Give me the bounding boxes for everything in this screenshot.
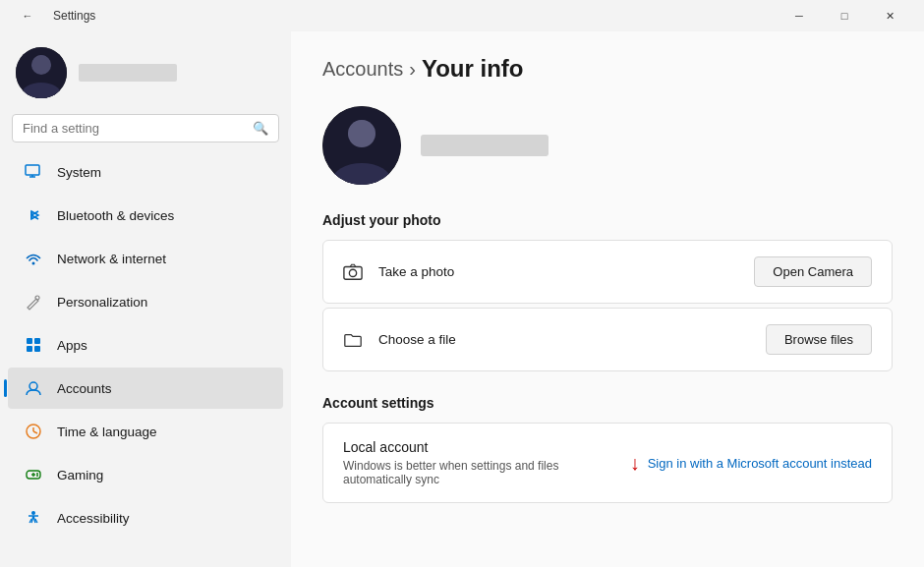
search-icon: 🔍 (253, 121, 268, 136)
system-label: System (57, 165, 101, 180)
gaming-label: Gaming (57, 468, 103, 482)
search-box[interactable]: 🔍 (12, 114, 279, 142)
profile-name-redacted (421, 135, 549, 156)
nav-item-network[interactable]: Network & internet (8, 238, 283, 279)
sign-in-section: ↓ Sign in with a Microsoft account inste… (630, 452, 872, 475)
nav-item-personalization[interactable]: Personalization (8, 281, 283, 322)
svg-point-10 (32, 262, 35, 265)
choose-file-card: Choose a file Browse files (322, 308, 893, 371)
close-button[interactable]: ✕ (867, 0, 912, 31)
nav-item-accounts[interactable]: Accounts (8, 368, 283, 409)
nav-item-apps[interactable]: Apps (8, 324, 283, 366)
accessibility-label: Accessibility (57, 511, 130, 526)
svg-rect-33 (344, 266, 362, 279)
accounts-label: Accounts (57, 381, 112, 396)
nav-item-time[interactable]: Time & language (8, 411, 283, 452)
svg-point-16 (29, 382, 37, 390)
personalization-label: Personalization (57, 295, 147, 310)
page-title: Your info (422, 55, 524, 83)
browse-files-button[interactable]: Browse files (766, 324, 872, 355)
titlebar: ← Settings ─ □ ✕ (0, 0, 924, 31)
svg-rect-6 (26, 165, 39, 175)
svg-point-24 (36, 475, 38, 477)
network-icon (24, 249, 43, 268)
bluetooth-label: Bluetooth & devices (57, 208, 174, 223)
account-title: Local account (343, 439, 610, 455)
breadcrumb-separator: › (409, 58, 416, 81)
time-icon (24, 422, 43, 441)
take-photo-label: Take a photo (378, 264, 738, 279)
app-title: Settings (53, 9, 95, 23)
svg-rect-12 (27, 338, 32, 344)
back-button[interactable]: ← (12, 0, 43, 31)
minimize-button[interactable]: ─ (777, 0, 822, 31)
sidebar: 🔍 System Bluetooth (0, 31, 291, 567)
svg-point-23 (36, 473, 38, 475)
personalization-icon (24, 292, 43, 312)
take-photo-card: Take a photo Open Camera (322, 240, 893, 304)
apps-label: Apps (57, 338, 87, 353)
accessibility-icon (24, 508, 43, 528)
account-settings-title: Account settings (322, 395, 893, 411)
sidebar-profile-name (79, 64, 177, 82)
svg-point-4 (31, 55, 51, 75)
time-label: Time & language (57, 425, 157, 439)
app-body: 🔍 System Bluetooth (0, 31, 924, 567)
svg-line-19 (33, 431, 37, 433)
maximize-button[interactable]: □ (822, 0, 867, 31)
breadcrumb-parent: Accounts (322, 58, 403, 81)
nav-item-gaming[interactable]: Gaming (8, 454, 283, 495)
svg-rect-15 (34, 346, 40, 352)
account-info: Local account Windows is better when set… (343, 439, 610, 486)
profile-section (322, 106, 893, 185)
arrow-down-icon: ↓ (630, 452, 640, 475)
sidebar-profile (0, 31, 291, 114)
svg-point-25 (31, 511, 35, 515)
system-icon (24, 162, 43, 182)
account-settings-section: Account settings Local account Windows i… (322, 395, 893, 503)
adjust-photo-title: Adjust your photo (322, 212, 893, 228)
folder-icon (343, 330, 363, 350)
search-input[interactable] (23, 121, 245, 136)
svg-rect-13 (34, 338, 40, 344)
main-content: Accounts › Your info Adjust your photo (291, 31, 924, 567)
apps-icon (24, 335, 43, 355)
account-desc: Windows is better when settings and file… (343, 459, 610, 486)
nav-item-bluetooth[interactable]: Bluetooth & devices (8, 195, 283, 236)
sign-in-link[interactable]: Sign in with a Microsoft account instead (648, 456, 872, 471)
camera-icon (343, 262, 363, 282)
svg-point-31 (348, 120, 375, 147)
accounts-icon (24, 378, 43, 398)
gaming-icon (24, 465, 43, 484)
breadcrumb: Accounts › Your info (322, 55, 893, 83)
nav-item-accessibility[interactable]: Accessibility (8, 497, 283, 539)
avatar (16, 47, 67, 98)
network-label: Network & internet (57, 252, 166, 266)
nav-item-system[interactable]: System (8, 151, 283, 193)
svg-point-34 (349, 269, 356, 276)
open-camera-button[interactable]: Open Camera (754, 256, 872, 287)
bluetooth-icon (24, 205, 43, 225)
choose-file-label: Choose a file (378, 332, 750, 347)
svg-rect-14 (27, 346, 32, 352)
window-controls: ─ □ ✕ (777, 0, 912, 31)
profile-avatar (322, 106, 401, 185)
local-account-card: Local account Windows is better when set… (322, 423, 893, 503)
